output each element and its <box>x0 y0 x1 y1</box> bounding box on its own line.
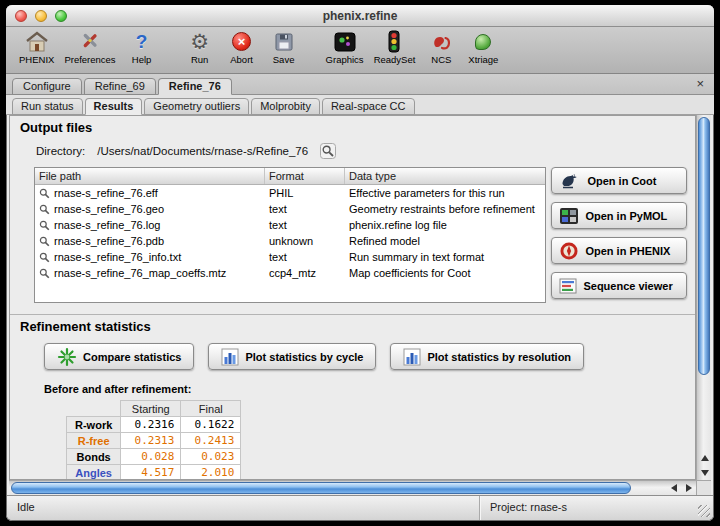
bar-chart-icon <box>403 348 421 366</box>
xtriage-icon <box>475 29 491 54</box>
toolbar-readyset-button[interactable]: ReadySet <box>369 29 421 73</box>
vertical-scrollbar-arrows <box>697 450 712 480</box>
abort-icon: × <box>232 29 251 54</box>
tab-refine-76[interactable]: Refine_76 <box>158 78 232 95</box>
open-in-phenix-label: Open in PHENIX <box>585 245 670 257</box>
stats-final-value: 0.2413 <box>181 433 241 449</box>
toolbar-label: NCS <box>431 54 451 65</box>
toolbar-phenix-button[interactable]: PHENIX <box>14 29 59 73</box>
magnifier-icon <box>39 204 50 215</box>
file-table-header[interactable]: File path Format Data type <box>35 168 545 185</box>
toolbar-ncs-button[interactable]: NCS <box>420 29 462 73</box>
tab-real-space-cc[interactable]: Real-space CC <box>322 98 415 115</box>
plot-by-resolution-button[interactable]: Plot statistics by resolution <box>390 343 584 370</box>
scroll-up-button[interactable] <box>697 450 712 465</box>
project-label: Project: rnase-s <box>490 501 567 513</box>
file-table-body: rnase-s_refine_76.effPHILEffective param… <box>35 185 545 281</box>
stats-starting-value: 0.028 <box>121 449 181 465</box>
compare-statistics-button[interactable]: Compare statistics <box>44 343 194 370</box>
file-row[interactable]: rnase-s_refine_76.effPHILEffective param… <box>35 185 545 201</box>
close-tab-button[interactable]: × <box>696 77 704 90</box>
right-arrow-icon <box>686 484 692 492</box>
stats-starting-value: 0.2316 <box>121 417 181 433</box>
browse-directory-button[interactable] <box>320 143 336 159</box>
file-path: rnase-s_refine_76_map_coeffs.mtz <box>54 267 226 279</box>
coot-bird-icon <box>559 172 581 190</box>
toolbar-label: Save <box>273 54 295 65</box>
save-floppy-icon <box>274 29 294 54</box>
tab-configure[interactable]: Configure <box>12 78 82 95</box>
file-path: rnase-s_refine_76.pdb <box>54 235 164 247</box>
sequence-viewer-button[interactable]: Sequence viewer <box>551 272 687 299</box>
tab-geometry-outliers[interactable]: Geometry outliers <box>144 98 249 115</box>
status-text: Idle <box>17 501 35 513</box>
toolbar-preferences-button[interactable]: Preferences <box>59 29 120 73</box>
directory-label: Directory: <box>36 145 85 157</box>
tab-run-status[interactable]: Run status <box>12 98 83 115</box>
stats-row: R-work0.23160.1622 <box>67 417 241 433</box>
file-row[interactable]: rnase-s_refine_76.geotextGeometry restra… <box>35 201 545 217</box>
ncs-icon <box>430 29 452 54</box>
pymol-icon <box>559 207 579 225</box>
stats-final-value: 2.010 <box>181 465 241 481</box>
file-path-column-header[interactable]: File path <box>35 168 265 184</box>
vertical-scrollbar[interactable] <box>696 115 711 480</box>
tab-molprobity[interactable]: Molprobity <box>251 98 320 115</box>
compare-star-icon <box>57 347 77 367</box>
stats-table: Starting Final R-work0.23160.1622R-free0… <box>66 400 241 480</box>
file-row[interactable]: rnase-s_refine_76.logtextphenix.refine l… <box>35 217 545 233</box>
file-datatype: Refined model <box>345 235 545 247</box>
toolbar-graphics-button[interactable]: Graphics <box>321 29 369 73</box>
file-datatype: Geometry restraints before refinement <box>345 203 545 215</box>
data-type-column-header[interactable]: Data type <box>345 168 545 184</box>
file-format: ccp4_mtz <box>265 267 345 279</box>
tab-refine-69[interactable]: Refine_69 <box>84 78 156 95</box>
scroll-right-button[interactable] <box>681 481 696 495</box>
traffic-light-icon <box>388 29 400 54</box>
file-row[interactable]: rnase-s_refine_76_info.txttextRun summar… <box>35 249 545 265</box>
tab-results[interactable]: Results <box>85 98 143 115</box>
open-in-phenix-button[interactable]: Open in PHENIX <box>551 237 687 264</box>
file-path: rnase-s_refine_76.log <box>54 219 160 231</box>
toolbar-label: Help <box>132 54 152 65</box>
file-row[interactable]: rnase-s_refine_76.pdbunknownRefined mode… <box>35 233 545 249</box>
scroll-left-button[interactable] <box>666 481 681 495</box>
stats-table-body: R-work0.23160.1622R-free0.23130.2413Bond… <box>67 417 241 481</box>
refinement-statistics-heading: Refinement statistics <box>20 319 695 334</box>
statistics-buttons: Compare statistics Plot statistics by cy… <box>44 343 695 370</box>
stats-final-value: 0.023 <box>181 449 241 465</box>
help-icon: ? <box>136 29 148 54</box>
stats-row: R-free0.23130.2413 <box>67 433 241 449</box>
toolbar-xtriage-button[interactable]: Xtriage <box>462 29 504 73</box>
toolbar-label: Run <box>191 54 208 65</box>
toolbar-save-button[interactable]: Save <box>263 29 305 73</box>
status-divider <box>479 496 480 520</box>
output-files-heading: Output files <box>20 120 695 135</box>
toolbar-label: Xtriage <box>468 54 498 65</box>
plot-by-resolution-label: Plot statistics by resolution <box>427 351 571 363</box>
horizontal-scrollbar[interactable] <box>9 480 696 495</box>
file-format: text <box>265 251 345 263</box>
open-in-pymol-button[interactable]: Open in PyMOL <box>551 202 687 229</box>
plot-by-cycle-button[interactable]: Plot statistics by cycle <box>208 343 376 370</box>
open-in-coot-button[interactable]: Open in Coot <box>551 167 687 194</box>
format-column-header[interactable]: Format <box>265 168 345 184</box>
directory-path: /Users/nat/Documents/rnase-s/Refine_76 <box>97 145 308 157</box>
toolbar-run-button[interactable]: ⚙ Run <box>179 29 221 73</box>
file-format: text <box>265 219 345 231</box>
open-in-coot-label: Open in Coot <box>587 175 656 187</box>
file-path: rnase-s_refine_76.eff <box>54 187 158 199</box>
toolbar-help-button[interactable]: ? Help <box>121 29 163 73</box>
magnifier-icon <box>39 220 50 231</box>
window-title: phenix.refine <box>6 5 714 27</box>
file-datatype: Run summary in text format <box>345 251 545 263</box>
horizontal-scrollbar-arrows <box>666 481 696 495</box>
vertical-scrollbar-thumb[interactable] <box>698 117 710 375</box>
titlebar[interactable]: phenix.refine <box>6 5 714 27</box>
phenix-home-icon <box>24 29 50 54</box>
resize-grip[interactable] <box>698 505 710 517</box>
horizontal-scrollbar-thumb[interactable] <box>11 482 631 494</box>
toolbar-abort-button[interactable]: × Abort <box>221 29 263 73</box>
file-row[interactable]: rnase-s_refine_76_map_coeffs.mtzccp4_mtz… <box>35 265 545 281</box>
scroll-down-button[interactable] <box>697 465 712 480</box>
